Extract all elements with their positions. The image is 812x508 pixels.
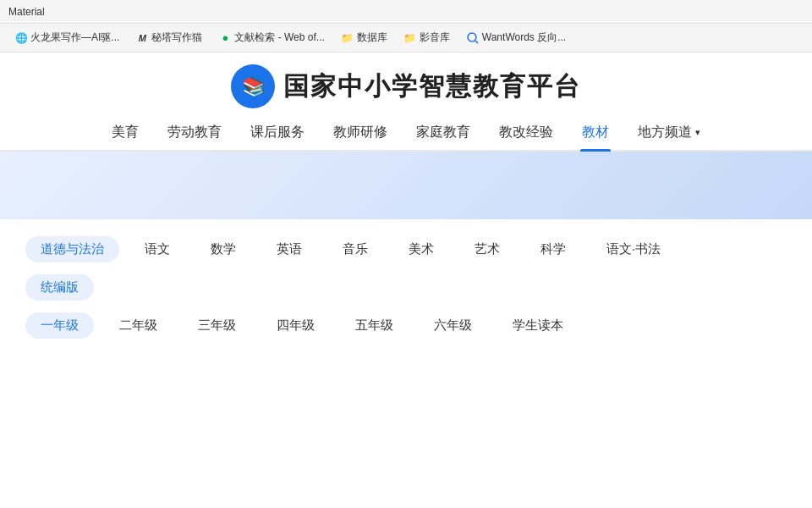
bookmark-item-4[interactable]: 📁 数据库 xyxy=(335,28,394,47)
svg-point-0 xyxy=(468,33,476,41)
logo-text: 国家中小学智慧教育平台 xyxy=(283,69,581,104)
subject-filter-meishu[interactable]: 美术 xyxy=(393,236,449,262)
nav-item-difang-label: 地方频道 xyxy=(638,124,692,141)
bookmark-label-5: 影音库 xyxy=(420,30,450,45)
folder-icon-1: 📁 xyxy=(342,32,354,44)
bookmark-label-6: WantWords 反向... xyxy=(482,30,566,45)
nav-item-jiating[interactable]: 家庭教育 xyxy=(414,115,472,150)
mita-icon: M xyxy=(136,32,148,44)
bookmark-item-3[interactable]: ● 文献检索 - Web of... xyxy=(212,28,331,47)
nav-item-laodong[interactable]: 劳动教育 xyxy=(166,115,223,150)
chevron-down-icon: ▾ xyxy=(695,127,700,138)
grade-filter-3[interactable]: 三年级 xyxy=(183,312,251,339)
subject-filter-yuwen-shufa[interactable]: 语文·书法 xyxy=(591,236,676,262)
title-bar-text: Material xyxy=(8,6,45,18)
subject-filter-yuwen[interactable]: 语文 xyxy=(129,236,185,262)
grade-filter-5[interactable]: 五年级 xyxy=(340,312,409,339)
filter-section: 道德与法治 语文 数学 英语 音乐 美术 艺术 科学 语文·书法 统编版 一年级… xyxy=(0,219,812,367)
grade-filter-row: 一年级 二年级 三年级 四年级 五年级 六年级 学生读本 xyxy=(25,312,787,339)
grade-filter-2[interactable]: 二年级 xyxy=(104,312,173,339)
bookmark-label-4: 数据库 xyxy=(357,30,387,45)
site-header: 📚 国家中小学智慧教育平台 xyxy=(0,52,812,115)
nav-item-jiaoshi[interactable]: 教师研修 xyxy=(332,115,389,150)
bookmark-bar: 🌐 火龙果写作—AI驱... M 秘塔写作猫 ● 文献检索 - Web of..… xyxy=(0,24,812,52)
title-bar: Material xyxy=(0,0,812,24)
logo-icon: 📚 xyxy=(231,64,275,108)
nav-item-jiaogai[interactable]: 教改经验 xyxy=(497,115,555,150)
version-filter-tongbian[interactable]: 统编版 xyxy=(25,274,94,301)
bookmark-item-1[interactable]: 🌐 火龙果写作—AI驱... xyxy=(8,28,126,47)
grade-filter-1[interactable]: 一年级 xyxy=(25,312,94,339)
wantwords-icon xyxy=(467,32,479,44)
grade-filter-4[interactable]: 四年级 xyxy=(261,312,330,339)
version-filter-row: 统编版 xyxy=(25,274,787,301)
nav-item-jiaocai[interactable]: 教材 xyxy=(580,115,611,150)
subject-filter-yingyu[interactable]: 英语 xyxy=(261,236,317,262)
bookmark-item-6[interactable]: WantWords 反向... xyxy=(460,28,573,47)
nav-item-meijiao[interactable]: 美育 xyxy=(110,115,140,150)
subject-filter-kexue[interactable]: 科学 xyxy=(525,236,581,262)
globe-icon: 🌐 xyxy=(15,32,27,44)
svg-line-1 xyxy=(475,41,478,43)
svg-text:📚: 📚 xyxy=(242,75,266,98)
subject-filter-yishu[interactable]: 艺术 xyxy=(459,236,515,262)
subject-filter-daode[interactable]: 道德与法治 xyxy=(25,236,119,262)
bookmark-label-2: 秘塔写作猫 xyxy=(151,30,202,45)
bookmark-label-1: 火龙果写作—AI驱... xyxy=(30,30,119,45)
bookmark-label-3: 文献检索 - Web of... xyxy=(234,30,324,45)
bookmark-item-2[interactable]: M 秘塔写作猫 xyxy=(129,28,209,47)
site-logo: 📚 国家中小学智慧教育平台 xyxy=(231,64,581,108)
banner-area xyxy=(0,152,812,219)
wenxian-icon: ● xyxy=(219,32,231,44)
grade-filter-6[interactable]: 六年级 xyxy=(419,312,487,339)
site-content: 📚 国家中小学智慧教育平台 美育 劳动教育 课后服务 教师研修 家庭教育 教改经… xyxy=(0,52,812,367)
nav-item-kehou[interactable]: 课后服务 xyxy=(249,115,306,150)
subject-filter-yinyue[interactable]: 音乐 xyxy=(327,236,383,262)
folder-icon-2: 📁 xyxy=(404,32,416,44)
bookmark-item-5[interactable]: 📁 影音库 xyxy=(398,28,457,47)
subject-filter-row: 道德与法治 语文 数学 英语 音乐 美术 艺术 科学 语文·书法 xyxy=(25,236,787,262)
nav-item-difang[interactable]: 地方频道 ▾ xyxy=(636,115,702,150)
nav-bar: 美育 劳动教育 课后服务 教师研修 家庭教育 教改经验 教材 地方频道 ▾ xyxy=(0,115,812,152)
grade-filter-student-reader[interactable]: 学生读本 xyxy=(497,312,579,339)
subject-filter-shuxue[interactable]: 数学 xyxy=(195,236,251,262)
